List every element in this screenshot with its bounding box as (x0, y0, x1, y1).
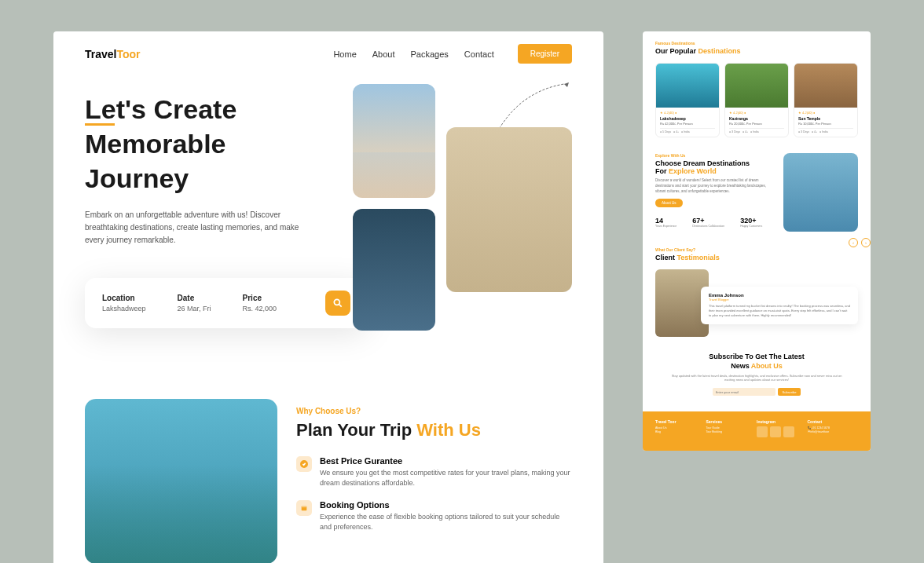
destination-rating: ★ 4.2(40) ● (729, 111, 784, 115)
footer-link[interactable]: About Us (655, 426, 706, 430)
check-icon (296, 456, 312, 472)
testimonial-nav: ‹ › (849, 238, 871, 247)
hero-subtitle: Embark on an unforgettable adventure wit… (85, 209, 305, 247)
testimonial-card: Emma Johnson Travel Blogger This travel … (655, 269, 858, 337)
search-price-label: Price (243, 294, 277, 302)
why-choose-us: Why Choose Us? Plan Your Trip With Us Be… (53, 367, 603, 563)
footer-thumb[interactable] (770, 426, 781, 437)
footer-phone[interactable]: 📞 +91 1234 5678 (808, 426, 859, 430)
testimonial-text: This travel platform turned my bucket li… (709, 304, 850, 318)
footer-brand: Travel Toor (655, 419, 706, 424)
nav-home[interactable]: Home (333, 49, 356, 59)
testimonial-next-button[interactable]: › (861, 238, 871, 247)
footer-thumb[interactable] (757, 426, 768, 437)
subscribe-section: Subscribe To Get The Latest News About U… (643, 353, 871, 396)
footer-instagram: Instagram (757, 419, 808, 424)
popular-title: Our Popular Destinations (655, 47, 858, 55)
destination-price: Rs 42,000/- Per Person (660, 122, 715, 126)
destination-name: Sun Temple (798, 116, 853, 121)
why-tag: Why Choose Us? (296, 407, 572, 415)
feature-best-price-desc: We ensure you get the most competitive r… (320, 468, 572, 489)
destination-card[interactable]: ★ 4.2(40) ● Lakshadweep Rs 42,000/- Per … (655, 63, 720, 137)
nav-links: Home About Packages Contact (333, 49, 493, 59)
navbar: TravelToor Home About Packages Contact R… (53, 31, 603, 76)
destination-price: Rs 10,000/- Per Person (798, 122, 853, 126)
destination-grid: ★ 4.2(40) ● Lakshadweep Rs 42,000/- Per … (655, 63, 858, 137)
feature-booking-desc: Experience the ease of flexible booking … (320, 512, 572, 533)
destination-image (794, 64, 857, 108)
stat-item: 67+Destinations Collaboration (692, 217, 724, 228)
testimonial-prev-button[interactable]: ‹ (849, 238, 858, 247)
logo-accent: Toor (116, 48, 140, 60)
footer-link[interactable]: Tour Booking (706, 430, 757, 433)
destination-rating: ★ 4.2(40) ● (798, 111, 853, 115)
svg-line-1 (339, 304, 342, 306)
footer-link[interactable]: Tour Guide (706, 426, 757, 430)
destination-card[interactable]: ★ 4.2(40) ● Sun Temple Rs 10,000/- Per P… (794, 63, 858, 137)
stat-item: 320+Happy Customers (740, 217, 762, 228)
search-price-value: Rs. 42,000 (243, 305, 277, 313)
calendar-icon (296, 500, 312, 516)
register-button[interactable]: Register (518, 44, 572, 64)
feature-booking-title: Booking Options (320, 500, 572, 510)
dream-desc: Discover a world of wonders! Select from… (655, 178, 776, 194)
footer-email[interactable]: ✉ info@traveltoor (808, 430, 859, 433)
hero-image-lake (353, 209, 435, 331)
logo[interactable]: TravelToor (85, 48, 141, 60)
search-card: Location Lakshadweep Date 26 Mar, Fri Pr… (85, 278, 368, 328)
search-date-label: Date (178, 294, 211, 302)
email-field[interactable] (713, 388, 776, 396)
destination-image (656, 64, 719, 108)
nav-packages[interactable]: Packages (411, 49, 449, 59)
landing-page-bottom: Famous Destinations Our Popular Destinat… (643, 31, 871, 451)
footer-thumbnails (757, 426, 808, 437)
destination-card[interactable]: ★ 4.2(40) ● Kaziranga Rs 20,000/- Per Pe… (724, 63, 789, 137)
dream-tag: Explore With Us (655, 153, 776, 158)
dream-image-boat (783, 153, 858, 232)
svg-rect-4 (302, 506, 307, 507)
footer-contact: Contact (808, 419, 859, 424)
testi-title: Client Testimonials (655, 254, 858, 261)
subscribe-form: Subscribe (666, 388, 847, 396)
hero: Let's Create Memorable Journey Embark on… (53, 76, 603, 367)
search-icon (332, 298, 343, 309)
search-date-value: 26 Mar, Fri (178, 305, 211, 313)
subscribe-desc: Stay updated with the latest travel deal… (666, 374, 847, 382)
destination-price: Rs 20,000/- Per Person (729, 122, 784, 126)
hero-image-camel (446, 127, 572, 292)
dream-destinations: Explore With Us Choose Dream Destination… (643, 153, 871, 232)
testi-tag: What Our Client Say? (655, 247, 858, 252)
feature-booking: Booking Options Experience the ease of f… (296, 500, 572, 533)
subscribe-button[interactable]: Subscribe (778, 388, 801, 396)
subscribe-title: Subscribe To Get The Latest News About U… (666, 353, 847, 371)
about-us-button[interactable]: About Us (655, 199, 683, 207)
search-price[interactable]: Price Rs. 42,000 (243, 294, 277, 313)
destination-rating: ★ 4.2(40) ● (660, 111, 715, 115)
stat-item: 14Years Experience (655, 217, 676, 228)
nav-about[interactable]: About (372, 49, 395, 59)
feature-best-price: Best Price Gurantee We ensure you get th… (296, 456, 572, 489)
feature-best-price-title: Best Price Gurantee (320, 456, 572, 466)
hero-title: Let's Create Memorable Journey (85, 92, 321, 196)
search-button[interactable] (325, 291, 350, 316)
nav-contact[interactable]: Contact (464, 49, 494, 59)
destination-image (725, 64, 788, 108)
why-image-island (85, 399, 277, 563)
dream-title: Choose Dream Destinations For Explore Wo… (655, 159, 776, 175)
destination-meta: ● 3 Days● 4+● India (798, 128, 853, 133)
popular-destinations: Famous Destinations Our Popular Destinat… (643, 41, 871, 137)
destination-name: Lakshadweep (660, 116, 715, 121)
why-title: Plan Your Trip With Us (296, 420, 572, 441)
search-location[interactable]: Location Lakshadweep (102, 294, 146, 313)
destination-name: Kaziranga (729, 116, 784, 121)
search-date[interactable]: Date 26 Mar, Fri (178, 294, 211, 313)
hero-image-collage (353, 84, 572, 331)
footer-services: Services (706, 419, 757, 424)
footer-thumb[interactable] (783, 426, 794, 437)
testimonial-role: Travel Blogger (709, 298, 850, 302)
footer-link[interactable]: Blog (655, 430, 706, 433)
footer: Travel Toor About Us Blog Services Tour … (643, 411, 871, 451)
destination-meta: ● 5 Days● 4+● India (660, 128, 715, 133)
popular-tag: Famous Destinations (655, 41, 858, 46)
search-location-label: Location (102, 294, 146, 302)
